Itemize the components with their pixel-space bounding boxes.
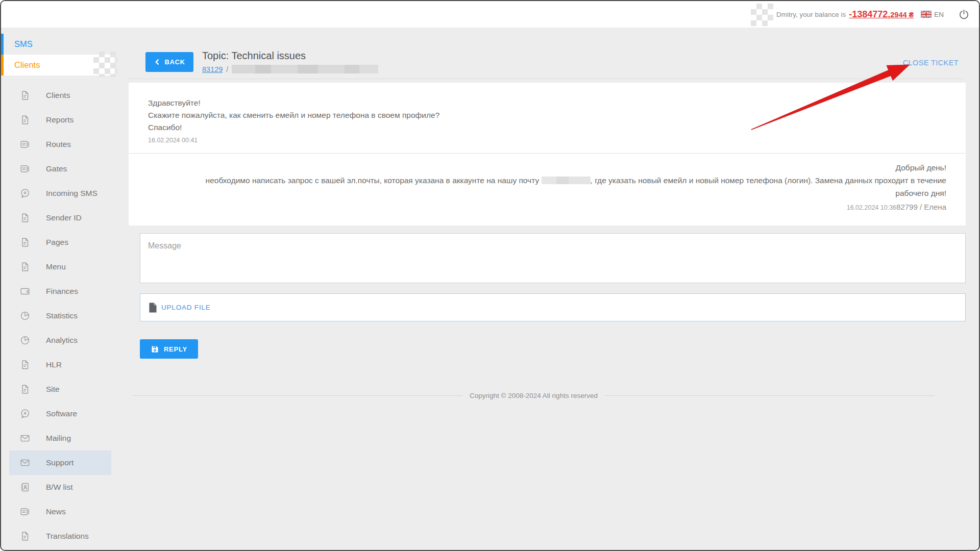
sidebar-item-label: Statistics: [46, 311, 78, 320]
sidebar-item-label: Finances: [46, 287, 78, 296]
ticket-breadcrumb: 83129 /: [202, 65, 378, 73]
mail-icon: [19, 433, 31, 444]
sidebar-tab-sms[interactable]: SMS: [1, 34, 114, 55]
reply-button-label: REPLY: [164, 345, 187, 353]
message-client: Здравствуйте! Скажите пожалуйста, как см…: [129, 83, 966, 153]
sidebar-item-label: Site: [46, 385, 60, 394]
balance-fraction: 2944 ₴: [890, 11, 914, 19]
pie-chart-icon: [19, 310, 31, 321]
message-greeting: Добрый день!: [148, 161, 946, 174]
support-ticket-page: Dmitry, your balance is -1384772,2944 ₴ …: [0, 0, 980, 551]
card-icon: [19, 139, 31, 150]
back-button[interactable]: BACK: [145, 52, 193, 72]
sidebar-item-incoming-sms[interactable]: Incoming SMS: [1, 181, 114, 206]
file-icon: [19, 531, 31, 542]
uk-flag-icon: [921, 11, 932, 18]
sidebar-item-finances[interactable]: Finances: [1, 279, 114, 304]
file-icon: [149, 303, 157, 313]
upload-file-button[interactable]: UPLOAD FILE: [140, 293, 966, 321]
sidebar-item-label: HLR: [46, 360, 62, 369]
message-line: Скажите пожалуйста, как сменить емейл и …: [148, 109, 946, 121]
card-icon: [19, 506, 31, 517]
sidebar-item-label: Translations: [46, 532, 89, 541]
ticket-id-link[interactable]: 83129: [202, 65, 223, 73]
file-icon: [19, 384, 31, 395]
file-icon: [19, 237, 31, 248]
close-ticket-link[interactable]: CLOSE TICKET: [900, 58, 962, 67]
file-icon: [19, 114, 31, 126]
wallet-icon: [19, 286, 31, 297]
account-info: Dmitry, your balance is -1384772,2944 ₴ …: [776, 1, 971, 28]
redacted-email: [542, 177, 591, 184]
sidebar-item-site[interactable]: Site: [1, 377, 114, 402]
sidebar-item-label: Routes: [46, 140, 71, 149]
sidebar-item-statistics[interactable]: Statistics: [1, 304, 114, 328]
sidebar-item-clients[interactable]: Clients: [1, 83, 114, 108]
sidebar-item-sender-id[interactable]: Sender ID: [1, 206, 114, 230]
sidebar-item-analytics[interactable]: Analytics: [1, 328, 114, 353]
sidebar-item-label: Support: [46, 458, 74, 467]
message-textarea[interactable]: [140, 233, 966, 283]
file-icon: [19, 359, 31, 370]
logout-button[interactable]: [957, 8, 971, 21]
sidebar-item-gates[interactable]: Gates: [1, 157, 114, 181]
sidebar-item-reports[interactable]: Reports: [1, 108, 114, 132]
file-icon: [19, 212, 31, 223]
mail-icon: [19, 457, 31, 468]
sidebar-item-label: B/W list: [46, 483, 73, 492]
sidebar-item-routes[interactable]: Routes: [1, 132, 114, 157]
download-bubble-icon: [19, 188, 31, 199]
sidebar-item-label: Analytics: [46, 336, 78, 345]
balance-link[interactable]: -1384772,2944 ₴: [849, 9, 914, 20]
save-icon: [151, 345, 159, 354]
sidebar-item-support[interactable]: Support: [9, 450, 111, 475]
footer: Copyright © 2008-2024 All rights reserve…: [133, 392, 935, 399]
header-divider: [128, 79, 964, 79]
sidebar-item-label: Reports: [46, 115, 74, 124]
sidebar-item-label: Incoming SMS: [46, 189, 97, 198]
language-label: EN: [934, 11, 944, 18]
sidebar-item-label: Sender ID: [46, 213, 82, 222]
download-bubble-icon: [19, 408, 31, 419]
reply-button[interactable]: REPLY: [140, 339, 198, 359]
card-icon: [19, 163, 31, 174]
upload-file-label: UPLOAD FILE: [161, 304, 211, 311]
sidebar-item-bw-list[interactable]: B/W list: [1, 475, 114, 499]
balance-amount: -1384772,: [849, 9, 890, 19]
sidebar-item-hlr[interactable]: HLR: [1, 353, 114, 377]
footer-divider: [133, 395, 462, 396]
file-icon: [19, 261, 31, 272]
sidebar-item-pages[interactable]: Pages: [1, 230, 114, 255]
sidebar: SMS Clients ClientsReportsRoutesGatesInc…: [1, 28, 114, 550]
message-timestamp: 16.02.2024 10:3682799 / Елена: [148, 201, 946, 214]
sidebar-item-label: News: [46, 507, 66, 516]
sidebar-item-label: Mailing: [46, 434, 71, 443]
power-icon: [958, 9, 970, 20]
footer-divider: [605, 395, 935, 396]
top-bar: Dmitry, your balance is -1384772,2944 ₴ …: [1, 1, 979, 28]
sidebar-item-translations[interactable]: Translations: [1, 524, 114, 548]
message-timestamp: 16.02.2024 00:41: [148, 136, 946, 145]
sidebar-menu: ClientsReportsRoutesGatesIncoming SMSSen…: [1, 83, 114, 548]
message-support: Добрый день! необходимо написать запрос …: [129, 154, 966, 226]
sidebar-item-mailing[interactable]: Mailing: [1, 426, 114, 450]
message-line: Здравствуйте!: [148, 97, 946, 109]
message-thread: Здравствуйте! Скажите пожалуйста, как см…: [129, 83, 966, 226]
sidebar-item-label: Clients: [46, 91, 70, 100]
ticket-title: Topic: Technical issues: [202, 50, 306, 62]
breadcrumb-separator: /: [226, 65, 228, 73]
file-icon: [19, 90, 31, 101]
balance-label: Dmitry, your balance is: [776, 11, 846, 18]
sidebar-item-menu[interactable]: Menu: [1, 255, 114, 279]
redacted-subject: [232, 65, 378, 73]
copyright-text: Copyright © 2008-2024 All rights reserve…: [470, 392, 598, 399]
sidebar-item-label: Gates: [46, 164, 67, 173]
sidebar-tab-clients[interactable]: Clients: [1, 55, 114, 76]
back-button-label: BACK: [165, 58, 185, 66]
sidebar-item-label: Software: [46, 409, 77, 418]
pie-chart-icon: [19, 335, 31, 346]
sidebar-item-news[interactable]: News: [1, 499, 114, 524]
language-selector[interactable]: EN: [921, 11, 944, 18]
sidebar-item-software[interactable]: Software: [1, 402, 114, 426]
chevron-left-icon: [154, 59, 160, 65]
